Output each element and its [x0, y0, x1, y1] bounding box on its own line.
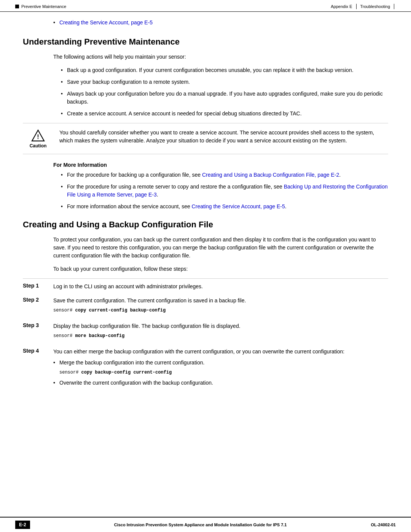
- step-1-text: Log in to the CLI using an account with …: [53, 283, 203, 289]
- step-3-label: Step 3: [23, 322, 53, 328]
- section1-heading: Understanding Preventive Maintenance: [23, 37, 388, 47]
- intro-list-item: Creating the Service Account, page E-5: [53, 19, 388, 26]
- step-3-text: Display the backup configuration file. T…: [53, 323, 241, 329]
- list-item: Overwrite the current configuration with…: [53, 379, 388, 387]
- fmi-link-1[interactable]: Creating and Using a Backup Configuratio…: [202, 172, 339, 178]
- list-item: Save your backup configuration to a remo…: [61, 78, 388, 86]
- footer-center-text: Cisco Intrusion Prevention System Applia…: [30, 522, 371, 527]
- footer-right-text: OL-24002-01: [371, 522, 396, 527]
- for-more-info-section: For More Information For the procedure f…: [53, 162, 388, 211]
- step-4-sub-1-code-bold: copy backup-config current-config: [81, 370, 172, 375]
- main-content: Creating the Service Account, page E-5 U…: [0, 12, 411, 427]
- step-2-content: Save the current configuration. The curr…: [53, 297, 388, 316]
- header-section: Troubleshooting: [360, 4, 390, 9]
- steps-container: Step 1 Log in to the CLI using an accoun…: [23, 278, 388, 390]
- page-footer: E-2 Cisco Intrusion Prevention System Ap…: [0, 517, 411, 532]
- section1-intro-text: The following actions will help you main…: [53, 53, 388, 61]
- step-3-content: Display the backup configuration file. T…: [53, 322, 388, 342]
- caution-label: Caution: [30, 143, 47, 149]
- fmi-link-3[interactable]: Creating the Service Account, page E-5: [192, 203, 285, 209]
- list-item: Merge the backup configuration into the …: [53, 359, 388, 376]
- for-more-info-title: For More Information: [53, 162, 388, 168]
- section2-intro-text2: To back up your current configuration, f…: [53, 265, 388, 273]
- step-3-row: Step 3 Display the backup configuration …: [23, 322, 388, 342]
- fmi-text-1: For the procedure for backing up a confi…: [67, 172, 202, 178]
- fmi-text-2: For the procedure for using a remote ser…: [67, 184, 284, 190]
- list-item: For the procedure for using a remote ser…: [61, 183, 388, 199]
- header-right: Appendix E Troubleshooting: [331, 4, 396, 9]
- step-2-row: Step 2 Save the current configuration. T…: [23, 297, 388, 316]
- step-4-sub-bullets: Merge the backup configuration into the …: [53, 359, 388, 387]
- step-4-text: You can either merge the backup configur…: [53, 348, 344, 355]
- step-1-label: Step 1: [23, 283, 53, 289]
- header-divider-2: [394, 4, 394, 9]
- list-item: Always back up your configuration before…: [61, 90, 388, 106]
- section2-heading: Creating and Using a Backup Configuratio…: [23, 220, 388, 230]
- list-item: For the procedure for backing up a confi…: [61, 171, 388, 179]
- step-3-code: sensor# more backup-config: [53, 332, 388, 339]
- step-4-sub-1-text: Merge the backup configuration into the …: [59, 359, 204, 366]
- section1-bullet-list: Back up a good configuration. If your cu…: [61, 66, 388, 118]
- step-1-row: Step 1 Log in to the CLI using an accoun…: [23, 283, 388, 291]
- step-4-content: You can either merge the backup configur…: [53, 348, 388, 390]
- step-2-code-bold: copy current-config backup-config: [75, 308, 166, 313]
- header-left: Preventive Maintenance: [15, 4, 66, 9]
- intro-link[interactable]: Creating the Service Account, page E-5: [59, 19, 153, 26]
- for-more-info-list: For the procedure for backing up a confi…: [61, 171, 388, 211]
- step-2-code: sensor# copy current-config backup-confi…: [53, 307, 388, 314]
- step-1-content: Log in to the CLI using an account with …: [53, 283, 388, 291]
- step-4-sub-1-code: sensor# copy backup-config current-confi…: [59, 369, 388, 376]
- caution-triangle-icon: !: [31, 129, 45, 142]
- header-appendix: Appendix E: [331, 4, 352, 9]
- step-4-sub-2-text: Overwrite the current configuration with…: [59, 380, 213, 386]
- step-2-text: Save the current configuration. The curr…: [53, 297, 246, 304]
- footer-page-number: E-2: [15, 521, 30, 529]
- svg-text:!: !: [37, 134, 39, 140]
- page-header: Preventive Maintenance Appendix E Troubl…: [0, 0, 411, 12]
- step-2-label: Step 2: [23, 297, 53, 303]
- caution-box: ! Caution You should carefully consider …: [23, 123, 388, 154]
- caution-icon-area: ! Caution: [23, 129, 53, 149]
- list-item: Create a service account. A service acco…: [61, 110, 388, 118]
- header-left-label: Preventive Maintenance: [21, 4, 66, 9]
- step-4-label: Step 4: [23, 348, 53, 354]
- step-4-row: Step 4 You can either merge the backup c…: [23, 348, 388, 390]
- header-square-icon: [15, 5, 19, 8]
- list-item: For more information about the service a…: [61, 203, 388, 211]
- intro-bullet-list: Creating the Service Account, page E-5: [53, 19, 388, 26]
- caution-text: You should carefully consider whether yo…: [59, 129, 388, 145]
- step-3-code-bold: more backup-config: [75, 333, 125, 339]
- list-item: Back up a good configuration. If your cu…: [61, 66, 388, 74]
- header-divider: [356, 4, 357, 9]
- fmi-text-3: For more information about the service a…: [67, 203, 192, 209]
- section2-intro-text1: To protect your configuration, you can b…: [53, 236, 388, 260]
